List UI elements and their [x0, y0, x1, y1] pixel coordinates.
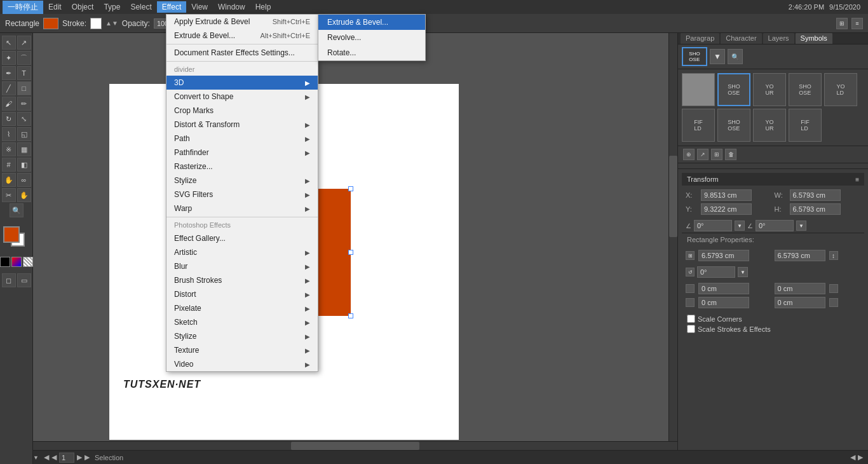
view-menu-item[interactable]: View	[186, 1, 213, 13]
rotation-dropdown[interactable]: ▼	[738, 267, 748, 277]
symbol-5[interactable]: YOLD	[824, 73, 857, 106]
y-input[interactable]	[701, 203, 752, 215]
artistic-item[interactable]: Artistic ▶	[166, 245, 318, 259]
eyedropper-tool[interactable]: ✋	[2, 173, 16, 187]
angle2-dropdown[interactable]: ▼	[796, 221, 806, 231]
pencil-tool[interactable]: ✏	[17, 97, 31, 111]
path-item[interactable]: Path ▶	[166, 132, 318, 146]
extrude-bevel-submenu-item[interactable]: Extrude & Bevel...	[318, 15, 425, 30]
symbol-7[interactable]: SHOOSE	[717, 109, 750, 142]
select-menu-item[interactable]: Select	[125, 1, 156, 13]
symbol-action-1[interactable]: ⊕	[683, 149, 695, 160]
symbol-9[interactable]: FIFLD	[789, 109, 822, 142]
video-item[interactable]: Video ▶	[166, 357, 318, 371]
symbol-search[interactable]: 🔍	[728, 49, 743, 64]
handle-bottom-right[interactable]	[348, 313, 353, 318]
blur-item[interactable]: Blur ▶	[166, 259, 318, 273]
pattern-swatch[interactable]	[23, 257, 33, 267]
paintbrush-tool[interactable]: 🖌	[2, 97, 16, 111]
stroke-color-preview[interactable]	[90, 18, 102, 29]
rotation-input[interactable]	[697, 266, 735, 278]
object-menu-item[interactable]: Object	[67, 1, 99, 13]
rw-input[interactable]	[698, 250, 749, 261]
fill-color-preview[interactable]	[43, 18, 58, 29]
tab-symbols[interactable]: Symbols	[796, 32, 832, 44]
tab-layers[interactable]: Layers	[763, 32, 794, 44]
symbol-1[interactable]	[682, 73, 715, 106]
symbol-2[interactable]: SHOOSE	[717, 73, 750, 106]
distort-transform-item[interactable]: Distort & Transform ▶	[166, 118, 318, 132]
convert-to-shape-item[interactable]: Convert to Shape ▶	[166, 90, 318, 104]
rotate-submenu-item[interactable]: Rotate...	[318, 45, 425, 60]
none-color[interactable]	[0, 257, 10, 267]
canvas-area[interactable]: TUTSXEN·NET	[33, 33, 677, 449]
h-input[interactable]	[790, 203, 841, 215]
doc-raster-item[interactable]: Document Raster Effects Settings...	[166, 46, 318, 60]
symbol-action-2[interactable]: ↗	[697, 149, 709, 160]
hand-tool[interactable]: ✋	[17, 188, 31, 202]
distort-item[interactable]: Distort ▶	[166, 287, 318, 301]
direct-select-tool[interactable]: ↗	[17, 36, 31, 50]
symbol-action-4[interactable]: 🗑	[725, 149, 736, 160]
panel-icon[interactable]: ≡	[851, 18, 863, 29]
rotation-icon[interactable]: ↺	[686, 268, 695, 276]
artboard-nav-left[interactable]: ◀	[850, 453, 855, 461]
revolve-submenu-item[interactable]: Revolve...	[318, 30, 425, 45]
scale-corners-checkbox[interactable]	[687, 315, 695, 323]
corner2-input[interactable]	[775, 283, 825, 294]
page-input[interactable]	[59, 453, 74, 463]
grid-icon[interactable]: ⊞	[836, 18, 848, 29]
transform-title-bar[interactable]: Transform ≡	[682, 173, 864, 186]
corner4-input[interactable]	[775, 297, 825, 308]
symbol-sprayer-tool[interactable]: ※	[2, 142, 16, 156]
3d-item[interactable]: 3D ▶	[166, 76, 318, 90]
drawing-modes-icon[interactable]: ◻	[2, 273, 16, 287]
tab-character[interactable]: Character	[721, 32, 761, 44]
warp-item[interactable]: Warp ▶	[166, 201, 318, 215]
stylize2-item[interactable]: Stylize ▶	[166, 329, 318, 343]
symbol-action-3[interactable]: ⊞	[711, 149, 722, 160]
crop-marks-item[interactable]: Crop Marks	[166, 104, 318, 118]
handle-mid-right[interactable]	[348, 250, 353, 255]
link-icon-1[interactable]: ⊞	[686, 251, 695, 260]
scrollbar-vertical[interactable]	[668, 33, 677, 441]
next-page-btn[interactable]: ▶	[77, 453, 82, 461]
foreground-swatch[interactable]	[3, 226, 20, 243]
symbol-3[interactable]: YOUR	[753, 73, 786, 106]
pixelate-item[interactable]: Pixelate ▶	[166, 301, 318, 315]
column-graph-tool[interactable]: ▦	[17, 142, 31, 156]
effect-menu-item[interactable]: Effect	[157, 1, 186, 13]
zoom-tool[interactable]: 🔍	[10, 203, 24, 217]
scissors-tool[interactable]: ✂	[2, 188, 16, 202]
handle-top-right[interactable]	[348, 186, 353, 191]
brush-strokes-item[interactable]: Brush Strokes ▶	[166, 273, 318, 287]
stylize-item[interactable]: Stylize ▶	[166, 174, 318, 188]
help-menu-item[interactable]: Help	[250, 1, 276, 13]
prev-page-btn2[interactable]: ◀	[51, 453, 57, 461]
screen-modes-icon[interactable]: ▭	[17, 273, 31, 287]
gradient-tool[interactable]: ◧	[17, 158, 31, 172]
symbol-6[interactable]: FIFLD	[682, 109, 715, 142]
lasso-tool[interactable]: ⌒	[17, 51, 31, 65]
select-tool[interactable]: ↖	[2, 36, 16, 50]
corner3-input[interactable]	[698, 297, 749, 308]
next-page-btn2[interactable]: ▶	[85, 453, 90, 461]
transform-menu-icon[interactable]: ≡	[855, 176, 859, 183]
artboard-nav-right[interactable]: ▶	[858, 453, 863, 461]
gradient-swatch[interactable]	[11, 257, 22, 267]
scrollbar-horizontal[interactable]	[33, 441, 677, 450]
rotate-tool[interactable]: ↻	[2, 112, 16, 126]
prev-page-btn[interactable]: ◀	[44, 453, 49, 461]
scale-strokes-checkbox[interactable]	[687, 325, 695, 333]
scale-tool[interactable]: ⤡	[17, 112, 31, 126]
tab-paragraph[interactable]: Paragrap	[681, 32, 719, 44]
pathfinder-item[interactable]: Pathfinder ▶	[166, 146, 318, 160]
apply-extrude-item[interactable]: Apply Extrude & Bevel Shift+Ctrl+E	[166, 15, 318, 29]
magic-wand-tool[interactable]: ✦	[2, 51, 16, 65]
rh-input[interactable]	[775, 250, 825, 261]
type-tool[interactable]: T	[17, 66, 31, 80]
blend-tool[interactable]: ∞	[17, 173, 31, 187]
scrollbar-thumb-v[interactable]	[669, 156, 677, 237]
free-transform-tool[interactable]: ◱	[17, 127, 31, 141]
sketch-item[interactable]: Sketch ▶	[166, 315, 318, 329]
